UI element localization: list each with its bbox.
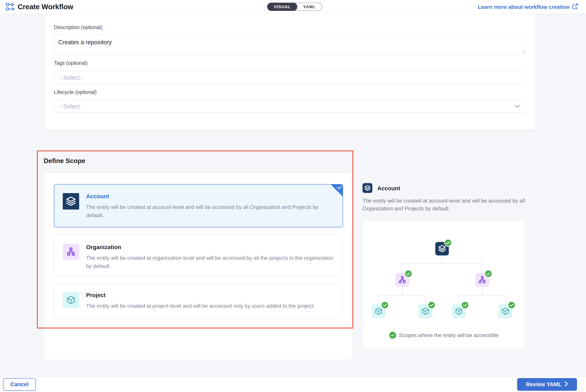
- org-chart-icon: [398, 276, 406, 284]
- chevron-down-icon: [515, 105, 520, 108]
- lifecycle-label: Lifecycle (optional): [54, 89, 96, 95]
- define-scope-heading: Define Scope: [44, 157, 85, 165]
- cube-icon: [455, 307, 463, 315]
- description-textarea[interactable]: Creates a repository: [54, 34, 526, 55]
- scope-option-account[interactable]: Account The entity will be created at ac…: [54, 184, 343, 227]
- scope-diagram-panel: Scopes where the entity will be accessib…: [362, 221, 525, 349]
- diagram-account-node: [435, 242, 449, 256]
- toggle-visual[interactable]: VISUAL: [267, 3, 297, 11]
- check-badge: [461, 301, 469, 309]
- tree-line: [425, 295, 426, 304]
- tree-line: [378, 295, 426, 296]
- scope-option-title: Organization: [86, 244, 121, 250]
- layers-icon: [63, 193, 79, 210]
- tree-line: [402, 263, 482, 264]
- layers-icon: [362, 183, 372, 193]
- cube-icon: [374, 307, 383, 315]
- check-badge: [381, 301, 389, 309]
- learn-more-label: Learn more about workflow creation: [478, 4, 570, 10]
- cube-icon: [501, 307, 510, 315]
- footer-bar: Cancel Review YAML: [0, 376, 586, 392]
- org-chart-icon: [478, 276, 486, 284]
- toggle-yaml[interactable]: YAML: [297, 3, 322, 10]
- external-link-icon: [572, 3, 578, 11]
- review-yaml-label: Review YAML: [526, 381, 562, 388]
- check-badge: [508, 301, 516, 309]
- diagram-legend-label: Scopes where the entity will be accessib…: [399, 332, 499, 338]
- diagram-project-node: [452, 304, 466, 318]
- scope-option-description: The entity will be created at project-le…: [86, 302, 352, 310]
- cube-icon: [63, 292, 79, 308]
- cancel-button[interactable]: Cancel: [3, 378, 36, 391]
- app-header: Create Workflow VISUAL YAML Learn more a…: [0, 0, 586, 14]
- tree-line: [459, 295, 506, 296]
- scope-option-organization[interactable]: Organization The entity will be created …: [54, 234, 343, 277]
- page-title: Create Workflow: [18, 3, 73, 11]
- tree-line: [482, 263, 482, 273]
- tree-line: [402, 287, 402, 295]
- check-badge: [484, 270, 492, 278]
- diagram-organization-node: [395, 273, 409, 287]
- tags-select-input[interactable]: [54, 72, 526, 84]
- detail-panel-title: Account: [377, 185, 400, 192]
- review-yaml-button[interactable]: Review YAML: [517, 378, 577, 391]
- lifecycle-select[interactable]: - Select -: [54, 100, 526, 112]
- tree-line: [459, 295, 459, 304]
- tree-line: [378, 295, 379, 304]
- org-chart-icon: [63, 244, 79, 260]
- scope-option-title: Project: [86, 292, 106, 298]
- description-label: Description (optional): [54, 24, 102, 30]
- scope-option-description: The entity will be created at account-le…: [86, 203, 337, 219]
- diagram-legend: Scopes where the entity will be accessib…: [363, 332, 525, 339]
- diagram-project-node: [498, 304, 512, 318]
- scope-option-description: The entity will be created at organizati…: [86, 254, 333, 270]
- tree-line: [482, 287, 482, 295]
- visual-yaml-toggle: VISUAL YAML: [267, 3, 322, 11]
- check-badge: [428, 301, 436, 309]
- detail-panel-description: The entity will be created at account-le…: [362, 197, 528, 212]
- chevron-right-icon: [564, 381, 568, 388]
- tree-line: [506, 295, 506, 304]
- workflow-icon: [6, 3, 15, 12]
- scope-option-title: Account: [86, 193, 109, 200]
- diagram-project-node: [418, 304, 432, 318]
- scope-options-panel: Account The entity will be created at ac…: [44, 173, 352, 360]
- check-circle-icon: [389, 332, 396, 339]
- tree-line: [442, 256, 442, 263]
- tags-label: Tags (optional): [54, 60, 88, 66]
- check-icon: [337, 186, 342, 190]
- lifecycle-placeholder: - Select -: [60, 103, 83, 110]
- workflow-form-card: Description (optional) Creates a reposit…: [44, 0, 536, 130]
- layers-icon: [438, 244, 446, 253]
- diagram-project-node: [372, 304, 386, 318]
- learn-more-link[interactable]: Learn more about workflow creation: [478, 3, 578, 11]
- diagram-organization-node: [475, 273, 489, 287]
- check-badge: [404, 270, 412, 278]
- scope-option-project[interactable]: Project The entity will be created at pr…: [54, 284, 343, 318]
- check-badge: [444, 239, 452, 247]
- tree-line: [402, 263, 402, 273]
- cube-icon: [421, 307, 430, 315]
